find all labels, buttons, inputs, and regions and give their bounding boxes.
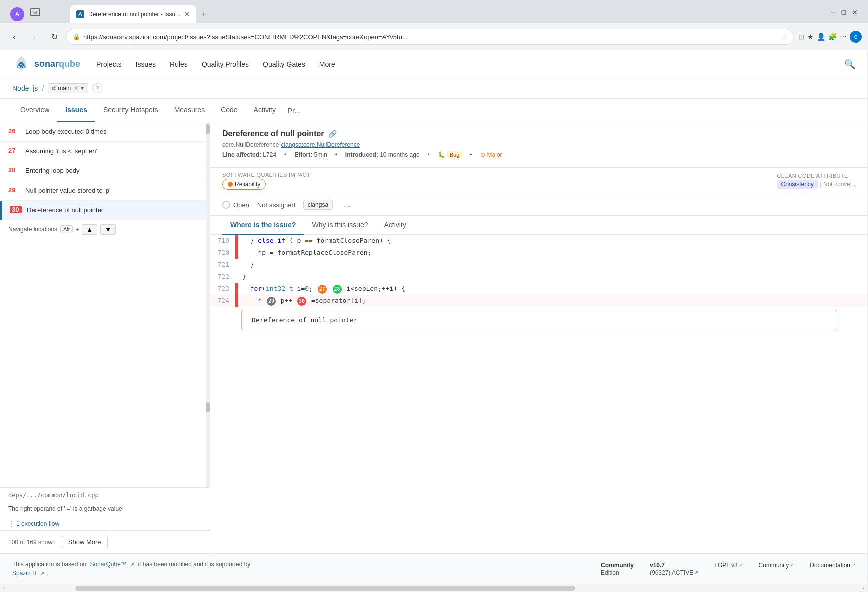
footer-right: Community Edition v10.7 (96327) ACTIVE ↗… [601,562,855,576]
favorites-button[interactable]: ★ [807,33,814,41]
branch-clear-icon[interactable]: ✕ [74,85,79,92]
list-item[interactable]: 29 Null pointer value stored to 'p' [0,181,210,201]
scrollbar-track[interactable] [206,122,210,487]
tab-close-icon[interactable]: ✕ [184,10,190,18]
lock-icon: 🔒 [73,33,80,40]
show-more-button[interactable]: Show More [62,536,108,548]
edge-icon: e [850,31,862,43]
tab-issues[interactable]: Issues [57,99,95,122]
nav-issues[interactable]: Issues [136,60,156,68]
issue-text: Assuming 'i' is < 'sepLen' [25,147,97,156]
list-item-selected[interactable]: 30 Dereference of null pointer [0,201,210,220]
list-item[interactable]: 26 Loop body executed 0 times [0,122,210,142]
tag-label[interactable]: clangsa [303,200,333,210]
scrollbar-thumb-down[interactable] [206,402,210,412]
nav-projects[interactable]: Projects [96,60,122,68]
forward-button[interactable]: › [26,29,42,45]
status-radio[interactable]: Open [222,201,249,209]
profile-button[interactable]: 👤 [817,33,825,41]
tab-more[interactable]: Pr... [284,100,304,122]
reliability-tag[interactable]: Reliability [222,179,266,190]
list-item[interactable]: 27 Assuming 'i' is < 'sepLen' [0,142,210,161]
far-right-partial: Clean code attribute Consistency | Not c… [777,173,855,189]
assignee-label[interactable]: Not assigned [257,201,295,209]
introduced-label: Introduced: 10 months ago [345,151,420,158]
lgpl-label[interactable]: LGPL v3 ↗ [714,562,742,569]
list-item[interactable]: 28 Entering loop body [0,161,210,181]
tab-why[interactable]: Why is this issue? [304,216,376,235]
extensions-button[interactable]: ⊡ [798,33,804,41]
tab-overview[interactable]: Overview [12,99,57,122]
footer-community-edition: Community Edition [601,562,634,576]
minimize-button[interactable]: ─ [830,8,835,17]
project-bar: Node_js / ⑆ main ✕ ▾ ? [0,78,867,99]
tab-favicon [76,10,84,18]
h-scrollbar-thumb[interactable] [75,586,575,591]
code-line-721: 721 } [210,259,867,271]
tab-security-hotspots[interactable]: Security Hotspots [95,99,166,122]
alt-key: Alt [60,225,73,233]
issue-list-body: 26 Loop body executed 0 times 27 Assumin… [0,122,210,487]
spazio-link[interactable]: Spazio IT [12,570,37,577]
issue-number: 28 [8,166,20,174]
reliability-dot [228,182,233,187]
maximize-button[interactable]: □ [842,8,846,17]
sonarqube-link[interactable]: SonarQube™ [90,561,126,568]
h-scrollbar-area[interactable]: ‹ › [0,584,867,592]
nav-more[interactable]: More [319,60,335,68]
branch-badge[interactable]: ⑆ main ✕ ▾ [48,83,88,93]
new-tab-button[interactable]: + [197,5,211,23]
bookmark-icon[interactable]: ☆ [781,33,788,41]
line-content-721: } [238,259,258,271]
extensions2-button[interactable]: 🧩 [828,33,837,41]
documentation-label[interactable]: Documentation ↗ [810,562,855,569]
arrow-down-button[interactable]: ▼ [100,224,116,235]
ext-icon6: ↗ [851,562,855,568]
tab-code[interactable]: Code [213,99,245,122]
browser-action-buttons: ⊡ ★ 👤 🧩 ⋯ e [798,31,862,43]
project-name[interactable]: Node_js [12,84,38,92]
not-conv-text: Not conve... [823,181,855,188]
link-icon[interactable]: 🔗 [328,130,337,138]
close-button[interactable]: ✕ [852,8,858,17]
issue-text-selected: Dereference of null pointer [27,206,103,215]
nav-quality-profiles[interactable]: Quality Profiles [202,60,249,68]
help-icon[interactable]: ? [92,83,102,93]
community-label[interactable]: Community ↗ [759,562,794,569]
tab-activity[interactable]: Activity [376,216,414,235]
code-line-720: 720 *p = formatReplaceCloseParen; [210,247,867,259]
tabs-icon[interactable]: ⊟ [30,8,40,16]
consistency-tag[interactable]: Consistency [777,180,817,189]
branch-name: main [58,85,71,92]
tab-measures[interactable]: Measures [166,99,213,122]
logo-text: sonarqube [34,59,80,69]
ext-icon5: ↗ [790,562,794,568]
arrow-up-button[interactable]: ▲ [82,224,97,235]
more-actions-button[interactable]: ... [341,199,353,210]
issue-detail-panel: Dereference of null pointer 🔗 core.NullD… [210,122,867,553]
error-callout-text: Dereference of null pointer [252,316,357,324]
url-bar[interactable]: 🔒 https://sonarsrv.spazioit.com/project/… [66,29,794,45]
nav-rules[interactable]: Rules [170,60,188,68]
h-scroll-left-button[interactable]: ‹ [0,585,8,591]
scrollbar-thumb-up[interactable] [206,124,210,134]
h-scroll-right-button[interactable]: › [859,585,867,591]
reload-button[interactable]: ↻ [46,29,62,45]
logo[interactable]: sonarqube [12,54,80,74]
url-text: https://sonarsrv.spazioit.com/project/is… [83,33,778,41]
tab-where[interactable]: Where is the issue? [222,216,304,235]
back-button[interactable]: ‹ [6,29,22,45]
issue-detail-header: Dereference of null pointer 🔗 core.NullD… [210,122,867,168]
execution-flow-item[interactable]: ⋮ 1 execution flow [0,517,210,530]
browser-tab-active[interactable]: Dereference of null pointer - Issu... ✕ [70,5,196,23]
ext-icon3[interactable]: ↗ [694,570,698,575]
settings-button[interactable]: ⋯ [840,33,847,41]
avatar[interactable]: A [10,7,24,21]
branch-dropdown-icon[interactable]: ▾ [81,85,84,92]
version-label: v10.7 [650,562,698,569]
search-button[interactable]: 🔍 [844,59,855,70]
tab-activity[interactable]: Activity [246,99,284,122]
nav-quality-gates[interactable]: Quality Gates [263,60,305,68]
source-link[interactable]: clangsa:core.NullDereference [281,141,360,148]
line-num-724: 724 [210,295,235,307]
